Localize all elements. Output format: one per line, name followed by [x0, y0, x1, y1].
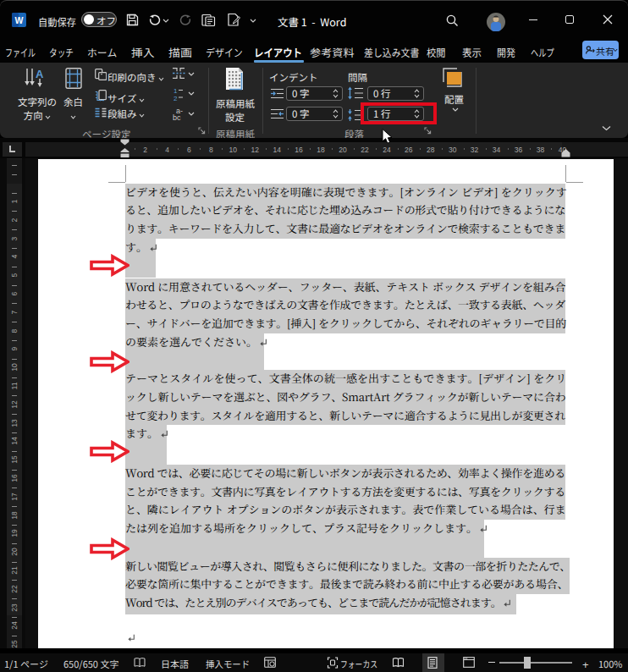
svg-text:2: 2 — [174, 95, 178, 102]
svg-text:bc: bc — [173, 113, 181, 121]
svg-text:W: W — [15, 15, 24, 25]
svg-text:A: A — [36, 69, 44, 80]
